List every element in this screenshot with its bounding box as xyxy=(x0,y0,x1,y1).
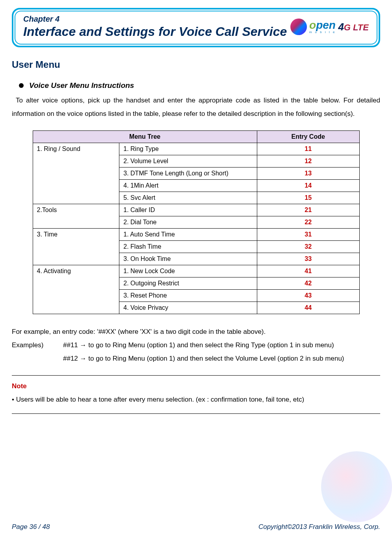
category-cell: 1. Ring / Sound xyxy=(33,143,119,204)
code-cell: 15 xyxy=(257,192,359,204)
category-cell: 2.Tools xyxy=(33,204,119,229)
chapter-header-inner: Chapter 4 Interface and Settings for Voi… xyxy=(15,11,377,45)
item-cell: 1. Auto Send Time xyxy=(119,229,257,241)
example-2-text: to go to Ring Menu (option 1) and then s… xyxy=(87,355,344,362)
code-cell: 14 xyxy=(257,180,359,192)
code-cell: 44 xyxy=(257,302,359,314)
item-cell: 1. New Lock Code xyxy=(119,265,257,277)
section-title: User Menu xyxy=(12,59,380,70)
item-cell: 3. DTMF Tone Length (Long or Short) xyxy=(119,168,257,180)
item-cell: 2. Flash Time xyxy=(119,241,257,253)
item-cell: 1. Ring Type xyxy=(119,143,257,155)
lte-logo-rest: G LTE xyxy=(344,22,369,32)
lte-logo-four: 4 xyxy=(338,21,344,33)
category-cell: 4. Activating xyxy=(33,265,119,314)
code-cell: 43 xyxy=(257,290,359,302)
bullet-row: Voice User Menu Instructions xyxy=(19,81,380,90)
example-1-text: to go to Ring Menu (option 1) and then s… xyxy=(87,341,334,349)
item-cell: 5. Svc Alert xyxy=(119,192,257,204)
note-label: Note xyxy=(12,380,380,393)
item-cell: 1. Caller ID xyxy=(119,204,257,216)
menu-table: Menu Tree Entry Code 1. Ring / Sound1. R… xyxy=(33,130,360,314)
brand-swirl-icon xyxy=(290,19,307,35)
table-row: 2.Tools1. Caller ID21 xyxy=(33,204,359,216)
code-cell: 41 xyxy=(257,265,359,277)
arrow-icon: → xyxy=(80,355,87,362)
item-cell: 3. Reset Phone xyxy=(119,290,257,302)
arrow-icon: → xyxy=(80,341,87,349)
open-logo-mobile: m o b i l e xyxy=(309,31,336,34)
item-cell: 2. Outgoing Restrict xyxy=(119,277,257,290)
page-footer: Page 36 / 48 Copyright©2013 Franklin Wir… xyxy=(12,523,380,531)
note-block: Note • Users will be able to hear a tone… xyxy=(12,375,380,414)
open-logo-o: o xyxy=(309,20,316,31)
header-logos: o pen m o b i l e 4G LTE xyxy=(290,19,369,35)
th-menu-tree: Menu Tree xyxy=(33,131,257,143)
item-cell: 3. On Hook Time xyxy=(119,253,257,265)
code-cell: 22 xyxy=(257,216,359,229)
item-cell: 4. 1Min Alert xyxy=(119,180,257,192)
example-block: For example, an entry code: '##XX' (wher… xyxy=(12,325,380,365)
examples-label-blank xyxy=(12,352,63,365)
code-cell: 42 xyxy=(257,277,359,290)
table-row: 1. Ring / Sound1. Ring Type11 xyxy=(33,143,359,155)
code-cell: 11 xyxy=(257,143,359,155)
category-cell: 3. Time xyxy=(33,229,119,265)
example-2: ##12 → to go to Ring Menu (option 1) and… xyxy=(63,352,344,365)
code-cell: 32 xyxy=(257,241,359,253)
example-intro: For example, an entry code: '##XX' (wher… xyxy=(12,325,380,339)
item-cell: 2. Volume Level xyxy=(119,155,257,168)
chapter-header: Chapter 4 Interface and Settings for Voi… xyxy=(12,8,380,47)
chapter-title: Interface and Settings for Voice Call Se… xyxy=(23,24,290,39)
example-2-code: ##12 xyxy=(63,355,80,362)
th-entry-code: Entry Code xyxy=(257,131,359,143)
bullet-icon xyxy=(19,83,24,88)
note-text: • Users will be able to hear a tone afte… xyxy=(12,393,380,406)
intro-paragraph: To alter voice options, pick up the hand… xyxy=(12,94,380,121)
chapter-label: Chapter 4 xyxy=(23,15,290,24)
footer-page: Page 36 / 48 xyxy=(12,523,50,531)
open-logo-pen: pen xyxy=(316,20,336,31)
chapter-header-text: Chapter 4 Interface and Settings for Voi… xyxy=(23,15,290,39)
footer-copyright: Copyright©2013 Franklin Wireless, Corp. xyxy=(258,523,380,531)
example-1: ##11 → to go to Ring Menu (option 1) and… xyxy=(63,339,334,352)
bullet-heading: Voice User Menu Instructions xyxy=(29,81,134,90)
code-cell: 13 xyxy=(257,168,359,180)
code-cell: 21 xyxy=(257,204,359,216)
watermark-swirl-icon xyxy=(321,451,392,522)
examples-label: Examples) xyxy=(12,339,63,352)
code-cell: 31 xyxy=(257,229,359,241)
table-row: 3. Time1. Auto Send Time31 xyxy=(33,229,359,241)
example-1-code: ##11 xyxy=(63,341,80,349)
code-cell: 12 xyxy=(257,155,359,168)
item-cell: 4. Voice Privacy xyxy=(119,302,257,314)
item-cell: 2. Dial Tone xyxy=(119,216,257,229)
open-mobile-logo: o pen m o b i l e xyxy=(309,20,336,34)
code-cell: 33 xyxy=(257,253,359,265)
lte-logo: 4G LTE xyxy=(338,21,369,33)
table-row: 4. Activating1. New Lock Code41 xyxy=(33,265,359,277)
